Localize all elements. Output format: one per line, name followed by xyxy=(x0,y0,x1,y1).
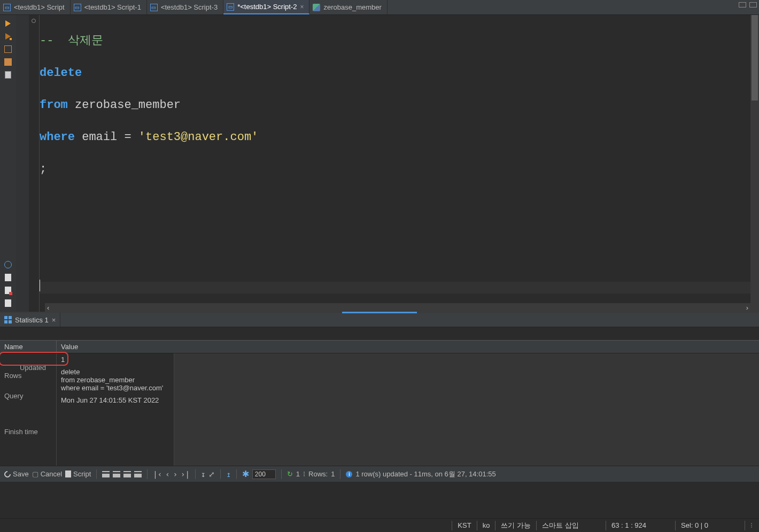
semicolon: ; xyxy=(40,163,47,176)
tab-script-3[interactable]: ▭ <testdb1> Script-3 xyxy=(147,0,223,14)
column-header-name[interactable]: Name xyxy=(0,341,57,353)
keyword-delete: delete xyxy=(40,66,82,80)
row-value-query: delete from zerobase_member where email … xyxy=(57,366,174,394)
table-rest xyxy=(174,353,759,466)
tab-script[interactable]: ▭ <testdb1> Script xyxy=(0,0,71,14)
maximize-icon[interactable] xyxy=(749,2,757,7)
row-value-updated: 1 xyxy=(57,353,174,366)
execute-script-icon[interactable] xyxy=(3,32,13,41)
info-icon[interactable]: i xyxy=(346,471,352,477)
space xyxy=(131,130,138,144)
status-cursor-pos: 63 : 1 : 924 xyxy=(606,521,675,530)
statistics-panel: Name Value Updated Rows Query Finish tim… xyxy=(0,327,759,482)
layout-icon-3[interactable] xyxy=(123,471,131,477)
page-error-icon[interactable] xyxy=(3,286,13,295)
page-icon[interactable] xyxy=(3,273,13,282)
sql-file-icon: ▭ xyxy=(3,4,11,11)
execute-icon[interactable] xyxy=(3,19,13,28)
tab-label: <testdb1> Script-3 xyxy=(161,3,218,11)
current-line-highlight xyxy=(40,282,750,294)
status-insert-mode: 스마트 삽입 xyxy=(536,521,606,530)
layout-icon-1[interactable] xyxy=(102,471,110,477)
refresh-count: 1 xyxy=(296,470,300,478)
tab-label: <testdb1> Script-1 xyxy=(84,3,141,11)
sql-file-icon: ▭ xyxy=(74,4,81,11)
layout-icon-2[interactable] xyxy=(113,471,120,477)
next-page-icon[interactable]: › xyxy=(173,470,177,479)
label: Updated Rows xyxy=(4,364,48,380)
table-icon xyxy=(313,4,320,11)
save-button[interactable]: Save xyxy=(4,470,29,478)
cancel-button[interactable]: ▢ Cancel xyxy=(32,470,62,478)
vertical-scrollbar[interactable] xyxy=(750,15,759,312)
status-message: 1 row(s) updated - 11ms, on 6월 27, 14:01… xyxy=(355,469,495,479)
tab-label: *<testdb1> Script-2 xyxy=(237,3,297,11)
minimize-icon[interactable] xyxy=(739,2,746,7)
row-name-updated: Updated Rows xyxy=(0,353,56,390)
tab-statistics[interactable]: Statistics 1 × xyxy=(0,313,60,327)
scroll-left-icon[interactable]: ‹ xyxy=(47,304,49,312)
horizontal-scrollbar[interactable]: ‹ › xyxy=(45,303,750,312)
row-value-finish: Mon Jun 27 14:01:55 KST 2022 xyxy=(57,394,174,406)
first-page-icon[interactable]: |‹ xyxy=(153,470,162,479)
tab-script-2[interactable]: ▭ *<testdb1> Script-2 × xyxy=(223,0,309,14)
fold-marker-icon[interactable] xyxy=(32,19,36,23)
rows-count: 1 xyxy=(331,470,335,478)
tab-label: zerobase_member xyxy=(323,3,381,11)
refresh-icon[interactable]: ↻ xyxy=(287,470,293,478)
row-name-query: Query xyxy=(0,390,56,402)
save-icon xyxy=(3,469,12,479)
column-header-value[interactable]: Value xyxy=(57,341,759,353)
result-toolbar: Save ▢ Cancel Script |‹ ‹ › ›| ↧ ⤢ ↥ ✱ ↻… xyxy=(0,466,759,482)
settings-star-icon[interactable]: ✱ xyxy=(242,469,249,479)
prev-page-icon[interactable]: ‹ xyxy=(165,470,169,479)
rows-label: Rows: xyxy=(308,470,328,478)
result-tabs: Statistics 1 × xyxy=(0,312,759,327)
editor-area: -- 삭제문 delete from zerobase_member where… xyxy=(0,15,759,312)
tab-label: Statistics 1 xyxy=(15,316,49,324)
doc-icon[interactable] xyxy=(3,71,13,79)
table-header: Name Value xyxy=(0,340,759,353)
label: Cancel xyxy=(41,470,62,478)
script-icon xyxy=(65,471,71,477)
collapse-icon[interactable]: ↧ xyxy=(201,470,205,479)
editor-tabs: ▭ <testdb1> Script ▭ <testdb1> Script-1 … xyxy=(0,0,759,15)
editor-toolbar-vertical xyxy=(0,15,16,312)
editor-gutter xyxy=(16,15,29,312)
layout-icon-4[interactable] xyxy=(134,471,142,477)
status-bar: KST ko 쓰기 가능 스마트 삽입 63 : 1 : 924 Sel: 0 … xyxy=(0,518,759,532)
status-more[interactable]: ⁝ xyxy=(745,521,759,530)
label: Save xyxy=(13,470,29,478)
close-icon[interactable]: × xyxy=(300,3,304,11)
page-icon-2[interactable] xyxy=(3,299,13,307)
caret xyxy=(40,280,40,291)
tab-zerobase-member[interactable]: zerobase_member xyxy=(309,0,387,14)
grid-icon xyxy=(4,316,12,323)
string-literal: 'test3@naver.com' xyxy=(138,130,258,144)
plan-icon[interactable] xyxy=(3,58,13,66)
last-page-icon[interactable]: ›| xyxy=(181,470,190,479)
label: Script xyxy=(73,470,91,478)
scroll-right-icon[interactable]: › xyxy=(746,304,748,312)
window-controls xyxy=(739,2,757,7)
export-icon[interactable]: ↥ xyxy=(226,470,230,479)
close-icon[interactable]: × xyxy=(52,316,56,324)
status-writable: 쓰기 가능 xyxy=(495,521,536,530)
keyword-from: from xyxy=(40,98,68,112)
max-rows-input[interactable] xyxy=(252,469,276,479)
status-timezone: KST xyxy=(452,521,476,530)
status-selection: Sel: 0 | 0 xyxy=(675,521,745,530)
settings-icon[interactable] xyxy=(3,260,13,269)
scrollbar-thumb[interactable] xyxy=(752,15,758,101)
tab-script-1[interactable]: ▭ <testdb1> Script-1 xyxy=(71,0,147,14)
keyword-where: where xyxy=(40,130,75,144)
sql-editor[interactable]: -- 삭제문 delete from zerobase_member where… xyxy=(40,15,750,312)
tab-label: <testdb1> Script xyxy=(14,3,65,11)
fold-gutter xyxy=(29,15,40,312)
script-button[interactable]: Script xyxy=(65,470,91,478)
row-name-spacer xyxy=(0,402,56,426)
operator: = xyxy=(124,130,131,144)
expand-icon[interactable]: ⤢ xyxy=(208,470,215,479)
table-name: zerobase_member xyxy=(68,98,181,112)
explain-icon[interactable] xyxy=(3,45,13,53)
